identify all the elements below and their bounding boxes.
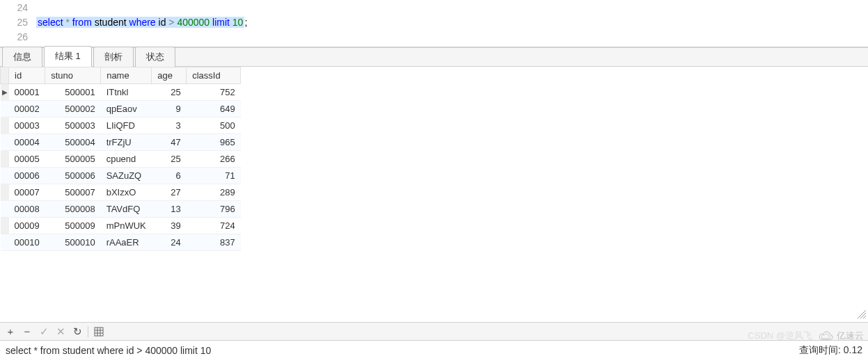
table-row[interactable]: 00004500004trFZjU47965: [1, 134, 241, 151]
cell-id[interactable]: 00001: [9, 84, 45, 101]
table-row[interactable]: 00003500003LIiQFD3500: [1, 118, 241, 134]
cell-id[interactable]: 00004: [9, 134, 45, 151]
tab-result-1[interactable]: 结果 1: [44, 46, 92, 67]
col-header-id[interactable]: id: [9, 67, 45, 84]
cell-name[interactable]: ITtnkl: [101, 84, 152, 101]
cell-name[interactable]: qpEaov: [101, 101, 152, 118]
add-row-button[interactable]: +: [4, 325, 17, 338]
col-header-age[interactable]: age: [152, 67, 187, 84]
cell-age[interactable]: 3: [152, 118, 187, 134]
cell-stuno[interactable]: 500004: [45, 134, 101, 151]
cell-age[interactable]: 25: [152, 84, 187, 101]
num-literal: 10: [232, 17, 244, 28]
row-marker: [1, 134, 9, 151]
brand-watermark-text: 亿速云: [837, 330, 864, 342]
sql-editor[interactable]: 24 25 select * from student where id > 4…: [0, 0, 868, 47]
cell-classid[interactable]: 71: [187, 168, 241, 184]
cell-classid[interactable]: 965: [187, 134, 241, 151]
toolbar-separator: [88, 326, 88, 337]
cell-classid[interactable]: 724: [187, 218, 241, 234]
cell-name[interactable]: SAZuZQ: [101, 168, 152, 184]
ident-col: id: [156, 17, 169, 28]
cell-id[interactable]: 00010: [9, 234, 45, 251]
tab-profile[interactable]: 剖析: [93, 47, 134, 67]
kw-where: where: [129, 17, 156, 28]
table-row[interactable]: ▶00001500001ITtnkl25752: [1, 84, 241, 101]
tab-status[interactable]: 状态: [135, 47, 175, 67]
cell-stuno[interactable]: 500001: [45, 84, 101, 101]
table-row[interactable]: 00006500006SAZuZQ671: [1, 168, 241, 184]
cell-name[interactable]: bXIzxO: [101, 184, 152, 201]
table-row[interactable]: 00010500010rAAaER24837: [1, 234, 241, 251]
cell-id[interactable]: 00006: [9, 168, 45, 184]
col-header-classid[interactable]: classId: [187, 67, 241, 84]
cancel-button[interactable]: ✕: [54, 325, 67, 338]
row-marker: [1, 151, 9, 168]
results-panel: id stuno name age classId ▶00001500001IT…: [0, 67, 868, 322]
csdn-watermark: CSDN @逆风飞: [748, 330, 812, 342]
cell-age[interactable]: 6: [152, 168, 187, 184]
cell-stuno[interactable]: 500009: [45, 218, 101, 234]
row-marker: [1, 201, 9, 218]
cell-stuno[interactable]: 500007: [45, 184, 101, 201]
cell-classid[interactable]: 289: [187, 184, 241, 201]
cell-id[interactable]: 00009: [9, 218, 45, 234]
col-header-name[interactable]: name: [101, 67, 152, 84]
table-row[interactable]: 00007500007bXIzxO27289: [1, 184, 241, 201]
line-content[interactable]: select * from student where id > 400000 …: [36, 17, 247, 28]
cell-id[interactable]: 00007: [9, 184, 45, 201]
cell-name[interactable]: cpuend: [101, 151, 152, 168]
cell-name[interactable]: mPnWUK: [101, 218, 152, 234]
cell-age[interactable]: 25: [152, 151, 187, 168]
cell-name[interactable]: rAAaER: [101, 234, 152, 251]
cell-stuno[interactable]: 500006: [45, 168, 101, 184]
remove-row-button[interactable]: −: [21, 325, 33, 338]
kw-from: from: [72, 17, 92, 28]
table-row[interactable]: 00008500008TAVdFQ13796: [1, 201, 241, 218]
cell-id[interactable]: 00008: [9, 201, 45, 218]
cell-classid[interactable]: 837: [187, 234, 241, 251]
cell-id[interactable]: 00002: [9, 101, 45, 118]
cell-age[interactable]: 27: [152, 184, 187, 201]
cell-stuno[interactable]: 500010: [45, 234, 101, 251]
refresh-button[interactable]: ↻: [71, 325, 84, 338]
cell-age[interactable]: 13: [152, 201, 187, 218]
cell-name[interactable]: LIiQFD: [101, 118, 152, 134]
cell-stuno[interactable]: 500002: [45, 101, 101, 118]
grid-view-button[interactable]: [93, 325, 105, 338]
row-marker: [1, 184, 9, 201]
cell-age[interactable]: 9: [152, 101, 187, 118]
cell-stuno[interactable]: 500008: [45, 201, 101, 218]
cell-classid[interactable]: 752: [187, 84, 241, 101]
ident-table: student: [92, 17, 129, 28]
table-row[interactable]: 00009500009mPnWUK39724: [1, 218, 241, 234]
semicolon: ;: [244, 17, 247, 28]
line-number: 26: [0, 31, 36, 42]
cell-id[interactable]: 00003: [9, 118, 45, 134]
cell-age[interactable]: 24: [152, 234, 187, 251]
line-number: 25: [0, 17, 36, 28]
result-tabs: 信息 结果 1 剖析 状态: [0, 47, 868, 67]
cell-name[interactable]: TAVdFQ: [101, 201, 152, 218]
operator-gt: >: [168, 17, 174, 28]
cell-age[interactable]: 47: [152, 134, 187, 151]
table-row[interactable]: 00002500002qpEaov9649: [1, 101, 241, 118]
brand-watermark: 亿速云: [819, 330, 864, 342]
cell-classid[interactable]: 649: [187, 101, 241, 118]
cell-classid[interactable]: 500: [187, 118, 241, 134]
sql-selected-text[interactable]: select * from student where id > 400000 …: [36, 17, 244, 28]
tab-info[interactable]: 信息: [2, 47, 42, 67]
cell-name[interactable]: trFZjU: [101, 134, 152, 151]
cell-id[interactable]: 00005: [9, 151, 45, 168]
cell-age[interactable]: 39: [152, 218, 187, 234]
cell-stuno[interactable]: 500005: [45, 151, 101, 168]
results-table[interactable]: id stuno name age classId ▶00001500001IT…: [0, 67, 241, 251]
col-header-stuno[interactable]: stuno: [45, 67, 101, 84]
kw-select: select: [38, 17, 63, 28]
cell-classid[interactable]: 796: [187, 201, 241, 218]
cell-stuno[interactable]: 500003: [45, 118, 101, 134]
scroll-grip-icon[interactable]: [857, 309, 867, 319]
table-row[interactable]: 00005500005cpuend25266: [1, 151, 241, 168]
confirm-button[interactable]: ✓: [38, 325, 50, 338]
cell-classid[interactable]: 266: [187, 151, 241, 168]
